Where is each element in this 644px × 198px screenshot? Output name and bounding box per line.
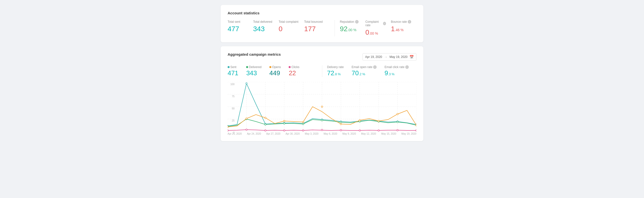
metrics-header: Aggregated campaign metrics Apr 19, 2020… [228,52,416,61]
date-arrow-icon: → [384,55,388,59]
stat-total-sent: Total sent 477 [228,20,253,36]
clicks-dot-6 [340,129,342,131]
metric-email-click-rate: Email click rate i 9.3 % [384,65,409,77]
stat-total-complaint: Total complaint 0 [279,20,304,36]
opens-dot-7 [359,120,360,121]
opens-dot-9 [397,113,398,115]
bounce-rate-info-icon[interactable]: i [408,20,411,24]
stat-total-delivered-value: 343 [253,25,274,33]
metric-email-click-rate-label: Email click rate i [384,65,409,69]
complaint-rate-info-icon[interactable]: i [383,22,386,25]
campaign-metrics-title: Aggregated campaign metrics [228,52,281,56]
stat-reputation-value: 92.00 % [340,25,360,33]
metric-clicks-label: Clicks [289,65,299,69]
x-label-5: May 6, 2020 [324,132,337,135]
delivered-dot-9 [397,121,398,123]
metric-email-open-rate-value: 70.2 % [352,69,376,77]
delivered-dot [246,66,248,68]
opens-dot [269,66,271,68]
clicks-dot-0 [228,130,228,131]
stat-total-complaint-label: Total complaint [279,20,299,24]
clicks-dot-4 [302,130,304,131]
stat-total-sent-label: Total sent [228,20,248,24]
opens-dot-2 [265,117,266,119]
x-label-8: May 15, 2020 [381,132,396,135]
date-to: May 19, 2020 [390,55,408,59]
metric-email-open-rate-label: Email open rate i [352,65,376,69]
metric-sent: Sent 471 [228,65,238,77]
stat-total-bounced-value: 177 [304,25,325,33]
opens-dot-3 [284,120,285,122]
date-from: Apr 19, 2020 [365,55,382,59]
stat-total-sent-value: 477 [228,25,248,33]
metric-group-rates: Delivery rate 72.8 % Email open rate i 7… [327,65,417,77]
x-label-4: May 3, 2020 [305,132,318,135]
stat-bounce-rate: Bounce rate i 1.46 % [391,20,416,36]
account-statistics-title: Account statistics [228,11,416,15]
x-axis: Apr 21, 2020 Apr 24, 2020 Apr 27, 2020 A… [228,131,416,135]
x-label-2: Apr 27, 2020 [266,132,280,135]
opens-dot-6 [340,123,342,125]
clicks-dot-8 [378,130,379,131]
metric-opens-value: 449 [269,69,281,77]
x-label-6: May 9, 2020 [342,132,356,135]
opens-dot-10 [416,124,416,126]
opens-dot-4 [302,121,304,123]
delivered-dot-4 [302,123,304,125]
chart-container: Apr 21, 2020 Apr 24, 2020 Apr 27, 2020 A… [228,82,416,135]
clicks-dot-1 [246,129,247,130]
campaign-metrics-card: Aggregated campaign metrics Apr 19, 2020… [221,46,423,141]
metric-sent-value: 471 [228,69,238,77]
metric-opens: Opens 449 [269,65,281,77]
clicks-dot-9 [397,129,398,131]
sent-dot-1 [246,83,247,84]
metric-delivery-rate-value: 72.8 % [327,69,344,77]
x-label-7: May 12, 2020 [361,132,376,135]
stat-total-delivered: Total delivered 343 [253,20,278,36]
metrics-divider [322,65,322,77]
clicks-dot [289,66,290,68]
clicks-dot-5 [321,129,323,131]
metric-opens-label: Opens [269,65,281,69]
chart-wrapper: 100 75 50 25 0 [228,82,416,135]
metric-sent-label: Sent [228,65,238,69]
reputation-info-icon[interactable]: i [355,20,358,24]
delivered-dot-6 [340,121,342,123]
main-container: Account statistics Total sent 477 Total … [221,5,423,141]
calendar-icon: 📅 [410,55,414,59]
stat-complaint-rate: Complaint rate i 0.00 % [365,20,391,36]
metric-clicks: Clicks 22 [289,65,299,77]
stat-complaint-rate-value: 0.00 % [365,29,386,36]
stat-total-bounced: Total bounced 177 [304,20,330,36]
delivered-dot-3 [284,123,285,124]
metric-clicks-value: 22 [289,69,299,77]
x-label-1: Apr 24, 2020 [247,132,261,135]
chart-svg [228,82,416,131]
stat-complaint-rate-label: Complaint rate i [365,20,386,27]
clicks-dot-7 [359,130,360,131]
metric-email-open-rate: Email open rate i 70.2 % [352,65,376,77]
email-open-rate-info-icon[interactable]: i [373,65,376,69]
date-range-picker[interactable]: Apr 19, 2020 → May 19, 2020 📅 [362,53,416,61]
metric-delivery-rate-label: Delivery rate [327,65,344,69]
metric-delivered-value: 343 [246,69,262,77]
metric-email-click-rate-value: 9.3 % [384,69,409,77]
opens-dot-1 [246,118,247,119]
stats-divider [334,20,335,36]
metric-delivered: Delivered 343 [246,65,262,77]
sent-dot [228,66,230,68]
metrics-summary: Sent 471 Delivered 343 Opens [228,65,416,77]
stat-reputation: Reputation i 92.00 % [340,20,365,36]
stat-bounce-rate-value: 1.46 % [391,25,412,33]
metric-group-counts: Sent 471 Delivered 343 Opens [228,65,317,77]
account-statistics-card: Account statistics Total sent 477 Total … [221,5,423,42]
stat-total-bounced-label: Total bounced [304,20,325,24]
stats-grid: Total sent 477 Total delivered 343 Total… [228,20,416,36]
metric-delivery-rate: Delivery rate 72.8 % [327,65,344,77]
delivered-dot-5 [321,120,323,121]
clicks-dot-2 [265,130,266,131]
clicks-dot-3 [284,130,285,131]
x-label-3: Apr 30, 2020 [286,132,300,135]
clicks-dot-10 [416,130,416,131]
email-click-rate-info-icon[interactable]: i [405,65,409,69]
